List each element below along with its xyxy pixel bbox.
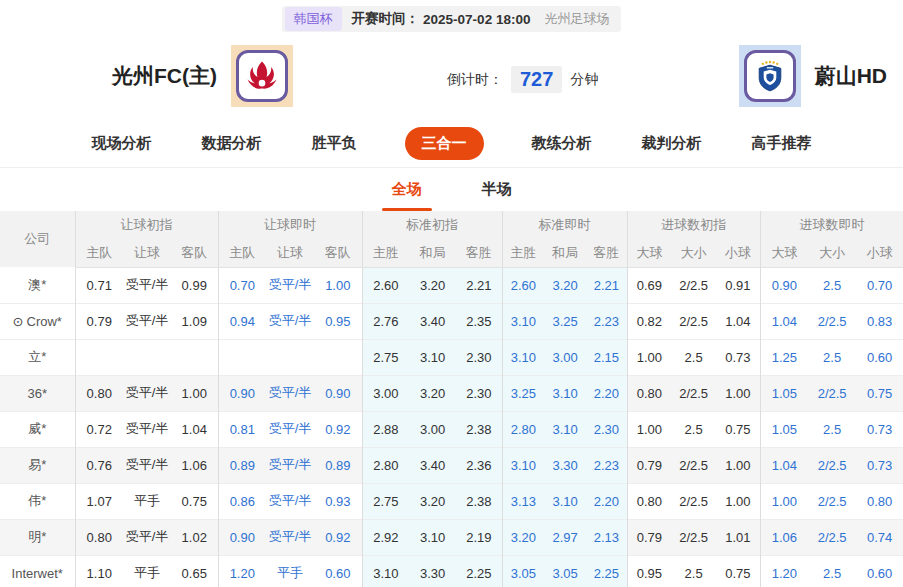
away-team-logo <box>739 45 801 107</box>
odds-cell: 2.25 <box>456 555 502 587</box>
tab-win-draw-lose[interactable]: 胜平负 <box>310 127 359 160</box>
odds-cell: 2/2.5 <box>671 519 716 555</box>
odds-cell: 1.00 <box>627 339 671 375</box>
table-row: 威*0.72受平/半1.040.81受平/半0.922.883.002.382.… <box>0 411 903 447</box>
odds-cell: 3.25 <box>544 303 586 339</box>
odds-cell: 2.5 <box>671 411 716 447</box>
odds-cell: 2.21 <box>456 267 502 303</box>
odds-cell: 3.40 <box>409 447 456 483</box>
odds-cell: 0.60 <box>856 555 903 587</box>
odds-cell <box>218 339 266 375</box>
sub-column-header: 大小 <box>671 239 716 267</box>
odds-cell: 受平/半 <box>266 411 314 447</box>
odds-cell: 3.10 <box>502 303 544 339</box>
odds-cell: 2.25 <box>586 555 627 587</box>
odds-cell: 平手 <box>266 555 314 587</box>
odds-cell: 0.74 <box>856 519 903 555</box>
odds-cell: 2.5 <box>671 555 716 587</box>
table-row: 伟*1.07平手0.750.86受平/半0.932.753.202.383.13… <box>0 483 903 519</box>
odds-table-body: 澳*0.71受平/半0.990.70受平/半1.002.603.202.212.… <box>0 267 903 587</box>
odds-cell: 受平/半 <box>123 519 171 555</box>
table-row: ⊙Crow*0.79受平/半1.090.94受平/半0.952.763.402.… <box>0 303 903 339</box>
odds-cell: 2.36 <box>456 447 502 483</box>
table-row: 澳*0.71受平/半0.990.70受平/半1.002.603.202.212.… <box>0 267 903 303</box>
odds-cell: 1.00 <box>716 375 760 411</box>
subtab-half-match[interactable]: 半场 <box>476 170 518 209</box>
bookmaker-name: ⊙Crow* <box>0 303 75 339</box>
odds-cell: 1.04 <box>760 447 808 483</box>
odds-cell: 1.04 <box>760 303 808 339</box>
odds-cell: 2/2.5 <box>808 447 856 483</box>
odds-cell: 3.10 <box>409 339 456 375</box>
odds-cell: 0.95 <box>314 303 362 339</box>
home-team-logo <box>231 45 293 107</box>
group-header: 进球数即时 <box>760 211 903 239</box>
phoenix-logo-icon <box>236 50 288 102</box>
main-nav: 现场分析数据分析胜平负三合一教练分析裁判分析高手推荐 <box>0 120 903 168</box>
tab-three-in-one[interactable]: 三合一 <box>405 127 484 160</box>
sub-column-header: 和局 <box>544 239 586 267</box>
odds-cell <box>314 339 362 375</box>
countdown-unit: 分钟 <box>570 71 598 89</box>
bookmaker-name: 立* <box>0 339 75 375</box>
bookmaker-name: 易* <box>0 447 75 483</box>
odds-cell: 受平/半 <box>123 375 171 411</box>
countdown-value: 727 <box>511 66 562 93</box>
odds-cell: 受平/半 <box>123 411 171 447</box>
sub-column-header: 大球 <box>760 239 808 267</box>
odds-cell: 2.88 <box>362 411 409 447</box>
odds-cell: 2.92 <box>362 519 409 555</box>
odds-cell: 0.76 <box>75 447 123 483</box>
odds-cell: 2.75 <box>362 483 409 519</box>
odds-cell: 2.38 <box>456 411 502 447</box>
odds-cell: 0.79 <box>627 519 671 555</box>
odds-cell: 2.5 <box>808 555 856 587</box>
tab-coach-analysis[interactable]: 教练分析 <box>530 127 594 160</box>
odds-cell: 1.00 <box>314 267 362 303</box>
odds-table-head: 公司让球初指让球即时标准初指标准即时进球数初指进球数即时主队让球客队主队让球客队… <box>0 211 903 267</box>
table-row: 36*0.80受平/半1.000.90受平/半0.903.003.202.303… <box>0 375 903 411</box>
sub-column-header: 客胜 <box>456 239 502 267</box>
odds-cell: 2.21 <box>586 267 627 303</box>
odds-cell: 0.75 <box>856 375 903 411</box>
odds-cell: 2/2.5 <box>671 375 716 411</box>
bookmaker-name: 明* <box>0 519 75 555</box>
odds-cell: 2.13 <box>586 519 627 555</box>
odds-cell: 3.10 <box>502 339 544 375</box>
odds-cell: 0.69 <box>627 267 671 303</box>
group-header: 进球数初指 <box>627 211 760 239</box>
ball-icon: ⊙ <box>13 314 24 329</box>
odds-cell: 2/2.5 <box>808 375 856 411</box>
odds-cell <box>266 339 314 375</box>
subtab-full-match[interactable]: 全场 <box>386 170 428 209</box>
odds-cell: 1.00 <box>716 447 760 483</box>
odds-cell: 0.60 <box>314 555 362 587</box>
bookmaker-name: 澳* <box>0 267 75 303</box>
odds-cell: 2/2.5 <box>671 447 716 483</box>
group-header: 让球初指 <box>75 211 218 239</box>
odds-cell: 3.10 <box>544 375 586 411</box>
odds-cell: 3.20 <box>409 375 456 411</box>
odds-cell: 2.30 <box>586 411 627 447</box>
odds-cell: 0.93 <box>314 483 362 519</box>
tab-live-analysis[interactable]: 现场分析 <box>90 127 154 160</box>
odds-cell: 0.73 <box>856 411 903 447</box>
sub-column-header: 小球 <box>716 239 760 267</box>
odds-cell: 2/2.5 <box>671 267 716 303</box>
odds-cell: 0.60 <box>856 339 903 375</box>
odds-cell: 0.80 <box>856 483 903 519</box>
odds-table: 公司让球初指让球即时标准初指标准即时进球数初指进球数即时主队让球客队主队让球客队… <box>0 211 903 587</box>
odds-cell: 2.5 <box>808 339 856 375</box>
odds-cell: 0.99 <box>171 267 218 303</box>
table-row: Interwet*1.10平手0.651.20平手0.603.103.302.2… <box>0 555 903 587</box>
odds-cell: 1.04 <box>171 411 218 447</box>
odds-cell: 2.23 <box>586 447 627 483</box>
countdown: 倒计时： 727 分钟 <box>447 66 598 93</box>
odds-cell: 3.20 <box>544 267 586 303</box>
odds-cell: 1.00 <box>171 375 218 411</box>
tab-expert-picks[interactable]: 高手推荐 <box>750 127 814 160</box>
home-team: 光州FC(主) <box>112 45 293 107</box>
tab-referee-analysis[interactable]: 裁判分析 <box>640 127 704 160</box>
odds-cell: 2.80 <box>362 447 409 483</box>
tab-data-analysis[interactable]: 数据分析 <box>200 127 264 160</box>
